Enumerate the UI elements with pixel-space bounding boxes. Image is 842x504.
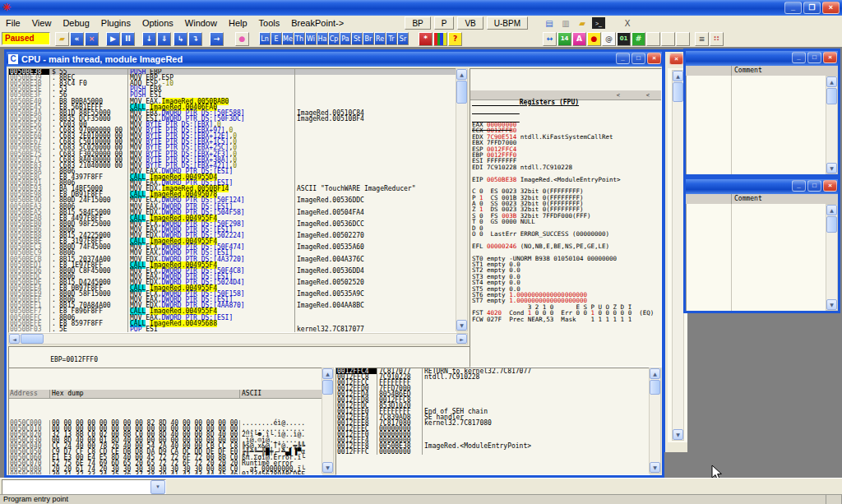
window-handles-button[interactable]: Ha [317, 32, 328, 45]
registers-pane[interactable]: Registers (FPU) < < EAX 00000000ECX 0012… [470, 68, 662, 368]
scroll-down-icon[interactable]: ▼ [826, 163, 837, 173]
list-icon[interactable]: ∷ [710, 32, 724, 46]
window-patches-button[interactable]: Pa [340, 32, 351, 45]
scroll-up-icon[interactable]: ▲ [650, 368, 660, 379]
pause-icon[interactable]: II [121, 32, 135, 46]
spiral-icon[interactable]: @ [602, 32, 616, 46]
maximize-button[interactable]: □ [807, 52, 821, 63]
scroll-up-icon[interactable]: ▲ [826, 76, 837, 87]
close-button[interactable]: × [822, 2, 840, 14]
comment-window-top-titlebar[interactable]: _ □ × [686, 51, 838, 66]
scroll-down-icon[interactable]: ▼ [456, 320, 467, 331]
comment-window-top-scrollbar[interactable]: ▲ ▼ [826, 76, 838, 174]
menu-item-plugins[interactable]: Plugins [95, 17, 136, 29]
menu-button-p[interactable]: P [434, 16, 455, 30]
register-line[interactable]: EDI 7C910228 ntdll.7C910228 [470, 164, 661, 170]
registers-header[interactable]: Registers (FPU) < < [470, 90, 661, 100]
scroll-down-icon[interactable]: ▼ [322, 462, 333, 473]
comment-window-bottom-scrollbar[interactable]: ▲ ▼ [826, 204, 838, 311]
window-executables-button[interactable]: E [271, 32, 282, 45]
menu-item-debug[interactable]: Debug [57, 17, 95, 29]
command-input[interactable] [2, 480, 150, 494]
disassembly-pane[interactable]: 0050BE38$55PUSH EBP0050BE39.8BECMOV EBP,… [8, 68, 456, 333]
register-line[interactable]: EFL 00000246 (NO,NB,E,BE,NS,PE,GE,LE) [470, 243, 661, 249]
menu-button-u-bpm[interactable]: U-BPM [487, 16, 528, 30]
scroll-up-icon[interactable]: ▲ [673, 71, 683, 81]
stack-scrollbar[interactable]: ▲ ▼ [649, 368, 661, 474]
minimize-button[interactable]: _ [792, 52, 806, 63]
scroll-up-icon[interactable]: ▲ [322, 368, 333, 379]
info-pane[interactable]: EBP=0012FFF0 [8, 346, 471, 369]
breakpoint-dot-icon[interactable]: ● [587, 32, 601, 46]
window-threads-button[interactable]: Th [294, 32, 305, 45]
menu-item-help[interactable]: Help [223, 17, 253, 29]
disassembly-row[interactable]: 0050BE3B.83C4 F0ADD ESP,-10 [9, 81, 456, 86]
scroll-down-icon[interactable]: ▼ [650, 462, 660, 473]
background-window-close-button[interactable]: × [669, 53, 683, 65]
registers-prev-icon[interactable]: < [617, 91, 620, 99]
menu-close-x-button[interactable]: X [620, 16, 635, 30]
register-line[interactable]: O 0 LastErr ERROR_SUCCESS (00000000) [470, 231, 661, 237]
window-cpu-button[interactable]: Cp [328, 32, 340, 45]
combo-dropdown-icon[interactable]: ▼ [150, 480, 165, 494]
hex-dump-header[interactable]: Address Hex dump ASCII [9, 390, 322, 399]
window-log-button[interactable]: Ln [259, 32, 271, 45]
patch-counter-icon[interactable]: 14 [557, 32, 571, 46]
command-combobox[interactable]: ▼ [2, 479, 166, 495]
disassembly-scrollbar[interactable]: ▲ ▼ [456, 68, 468, 331]
copy-page-icon[interactable]: ▤ [542, 16, 557, 30]
comment-window-bottom-client[interactable] [686, 204, 826, 311]
menu-button-bp[interactable]: BP [405, 16, 430, 30]
window-windows-button[interactable]: Wi [305, 32, 317, 45]
maximize-button[interactable]: □ [807, 180, 821, 192]
background-window-scrollbar[interactable]: ▲ ▼ [672, 70, 684, 441]
run-icon[interactable]: ▶ [106, 32, 120, 46]
menu-item-tools[interactable]: Tools [253, 17, 286, 29]
binary-icon[interactable]: 01 [617, 32, 631, 46]
minimize-button[interactable]: _ [616, 53, 630, 64]
window-memory-button[interactable]: Me [282, 32, 294, 45]
assemble-icon[interactable]: A [572, 32, 586, 46]
window-references-button[interactable]: Re [374, 32, 386, 45]
blank-button-1[interactable] [646, 32, 660, 46]
window-breakpoints-button[interactable]: Br [363, 32, 374, 45]
window-source-button[interactable]: Sr [397, 32, 409, 45]
scroll-left-icon[interactable]: ◄ [9, 334, 20, 344]
options-icon[interactable]: * [419, 32, 433, 46]
minimize-button[interactable]: _ [784, 2, 802, 14]
document-icon[interactable]: ▥ [558, 16, 573, 30]
register-line[interactable]: FCW 027F Prec NEAR,53 Mask 1 1 1 1 1 1 [470, 317, 661, 322]
close-button[interactable]: × [823, 180, 837, 192]
scroll-down-icon[interactable]: ▼ [826, 299, 837, 310]
menu-item-breakpoint[interactable]: BreakPoint-> [285, 17, 349, 29]
step-over-icon[interactable]: ⇓ [157, 32, 171, 46]
open-folder-icon[interactable]: ▰ [575, 16, 590, 30]
registers-next-icon[interactable]: < [646, 91, 650, 99]
stack-row[interactable]: 0012FFFC00000000 [336, 449, 649, 455]
scroll-up-icon[interactable]: ▲ [826, 205, 837, 215]
exec-till-return-icon[interactable]: → [210, 32, 224, 46]
appearance-icon[interactable] [433, 32, 447, 46]
menu-item-window[interactable]: Window [179, 17, 223, 29]
disassembly-row[interactable]: 0050BEFE.E8 8597F8FFCALL ImageRed.004956… [9, 321, 456, 326]
register-line[interactable]: EIP 0050BE38 ImageRed.<ModuleEntryPoint> [470, 177, 661, 183]
tile-windows-icon[interactable]: # [632, 32, 645, 46]
close-button[interactable]: × [647, 53, 661, 64]
notes-icon[interactable]: ≡ [695, 32, 709, 46]
register-line[interactable]: T 0 GS 0000 NULL [470, 219, 661, 224]
window-trace-button[interactable]: Tr [386, 32, 397, 45]
menu-item-file[interactable]: File [0, 17, 26, 29]
disassembly-row[interactable]: 0050BE38$55PUSH EBP [9, 69, 456, 75]
maximize-button[interactable]: □ [632, 53, 645, 64]
hex-dump-pane[interactable]: Address Hex dump ASCII 0050C00000 00 00 … [8, 368, 322, 475]
step-into-icon[interactable]: ↓ [142, 32, 156, 46]
disassembly-hscrollbar[interactable]: ◄ ► [8, 333, 468, 344]
comment-window-bottom-titlebar[interactable]: _ □ × [686, 179, 838, 194]
stack-pane[interactable]: 0012FFC47C817077RETURN to kernel32.7C817… [335, 368, 650, 475]
minimize-button[interactable]: _ [792, 180, 806, 192]
menu-button-vb[interactable]: VB [457, 16, 483, 30]
scroll-down-icon[interactable]: ▼ [673, 429, 683, 440]
go-to-address-icon[interactable]: ● [235, 32, 249, 46]
console-icon[interactable]: >_ [591, 16, 606, 30]
swap-panes-icon[interactable]: ↔ [543, 32, 557, 46]
